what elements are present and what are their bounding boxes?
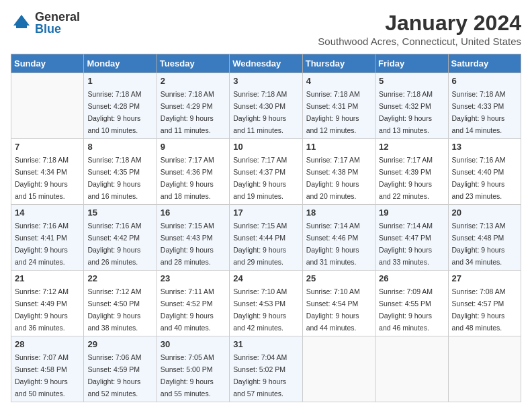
weekday-header: Friday (375, 54, 448, 73)
day-info: Sunrise: 7:09 AMSunset: 4:55 PMDaylight:… (379, 287, 433, 332)
day-number: 20 (452, 208, 517, 218)
calendar-header-row: SundayMondayTuesdayWednesdayThursdayFrid… (11, 54, 521, 73)
day-info: Sunrise: 7:11 AMSunset: 4:52 PMDaylight:… (161, 287, 214, 332)
calendar-cell: 6 Sunrise: 7:18 AMSunset: 4:33 PMDayligh… (448, 73, 521, 139)
calendar-cell (11, 73, 84, 139)
day-info: Sunrise: 7:18 AMSunset: 4:31 PMDaylight:… (306, 90, 360, 134)
calendar-week-row: 7 Sunrise: 7:18 AMSunset: 4:34 PMDayligh… (11, 139, 521, 205)
calendar-week-row: 1 Sunrise: 7:18 AMSunset: 4:28 PMDayligh… (11, 73, 521, 139)
logo-blue-text: Blue (35, 23, 80, 35)
day-info: Sunrise: 7:17 AMSunset: 4:38 PMDaylight:… (306, 156, 360, 200)
calendar-cell: 17 Sunrise: 7:15 AMSunset: 4:44 PMDaylig… (230, 205, 302, 271)
day-info: Sunrise: 7:15 AMSunset: 4:43 PMDaylight:… (161, 222, 214, 266)
calendar-cell: 24 Sunrise: 7:10 AMSunset: 4:53 PMDaylig… (230, 271, 302, 336)
calendar-cell: 7 Sunrise: 7:18 AMSunset: 4:34 PMDayligh… (11, 139, 84, 205)
calendar-cell: 22 Sunrise: 7:12 AMSunset: 4:50 PMDaylig… (84, 271, 157, 336)
day-info: Sunrise: 7:08 AMSunset: 4:57 PMDaylight:… (452, 287, 506, 332)
day-number: 5 (379, 76, 444, 86)
day-info: Sunrise: 7:12 AMSunset: 4:49 PMDaylight:… (15, 287, 69, 332)
calendar-cell: 14 Sunrise: 7:16 AMSunset: 4:41 PMDaylig… (11, 205, 84, 271)
day-number: 6 (452, 76, 517, 86)
day-info: Sunrise: 7:16 AMSunset: 4:42 PMDaylight:… (87, 222, 141, 266)
weekday-header: Tuesday (157, 54, 229, 73)
calendar-cell: 26 Sunrise: 7:09 AMSunset: 4:55 PMDaylig… (375, 271, 448, 336)
day-info: Sunrise: 7:18 AMSunset: 4:32 PMDaylight:… (379, 90, 433, 134)
day-info: Sunrise: 7:18 AMSunset: 4:30 PMDaylight:… (233, 90, 287, 134)
day-info: Sunrise: 7:14 AMSunset: 4:46 PMDaylight:… (306, 222, 360, 266)
calendar-cell: 21 Sunrise: 7:12 AMSunset: 4:49 PMDaylig… (11, 271, 84, 336)
day-number: 26 (379, 273, 444, 283)
calendar-cell (375, 336, 448, 402)
day-number: 30 (161, 339, 226, 349)
day-number: 13 (452, 142, 517, 152)
calendar-cell: 1 Sunrise: 7:18 AMSunset: 4:28 PMDayligh… (84, 73, 157, 139)
calendar-cell (448, 336, 521, 402)
calendar-cell: 19 Sunrise: 7:14 AMSunset: 4:47 PMDaylig… (375, 205, 448, 271)
calendar-cell: 25 Sunrise: 7:10 AMSunset: 4:54 PMDaylig… (302, 271, 375, 336)
day-info: Sunrise: 7:15 AMSunset: 4:44 PMDaylight:… (233, 222, 287, 266)
day-number: 2 (161, 76, 226, 86)
day-number: 17 (233, 208, 298, 218)
day-info: Sunrise: 7:16 AMSunset: 4:40 PMDaylight:… (452, 156, 506, 200)
day-info: Sunrise: 7:13 AMSunset: 4:48 PMDaylight:… (452, 222, 506, 266)
day-info: Sunrise: 7:18 AMSunset: 4:35 PMDaylight:… (87, 156, 141, 200)
day-number: 3 (233, 76, 298, 86)
day-info: Sunrise: 7:18 AMSunset: 4:28 PMDaylight:… (87, 90, 141, 134)
day-info: Sunrise: 7:12 AMSunset: 4:50 PMDaylight:… (87, 287, 141, 332)
day-info: Sunrise: 7:18 AMSunset: 4:29 PMDaylight:… (161, 90, 214, 134)
logo-text: General Blue (35, 11, 80, 35)
calendar-cell: 11 Sunrise: 7:17 AMSunset: 4:38 PMDaylig… (302, 139, 375, 205)
calendar-cell: 29 Sunrise: 7:06 AMSunset: 4:59 PMDaylig… (84, 336, 157, 402)
day-info: Sunrise: 7:17 AMSunset: 4:37 PMDaylight:… (233, 156, 287, 200)
day-number: 11 (306, 142, 371, 152)
day-number: 27 (452, 273, 517, 283)
day-number: 23 (161, 273, 226, 283)
day-info: Sunrise: 7:14 AMSunset: 4:47 PMDaylight:… (379, 222, 433, 266)
day-number: 19 (379, 208, 444, 218)
calendar-cell: 9 Sunrise: 7:17 AMSunset: 4:36 PMDayligh… (157, 139, 229, 205)
day-number: 15 (87, 208, 152, 218)
day-info: Sunrise: 7:07 AMSunset: 4:58 PMDaylight:… (15, 353, 69, 398)
day-number: 22 (87, 273, 152, 283)
day-info: Sunrise: 7:04 AMSunset: 5:02 PMDaylight:… (233, 353, 287, 398)
day-info: Sunrise: 7:18 AMSunset: 4:34 PMDaylight:… (15, 156, 69, 200)
weekday-header: Thursday (302, 54, 375, 73)
calendar-cell: 27 Sunrise: 7:08 AMSunset: 4:57 PMDaylig… (448, 271, 521, 336)
logo: General Blue (11, 11, 80, 35)
calendar-cell: 2 Sunrise: 7:18 AMSunset: 4:29 PMDayligh… (157, 73, 229, 139)
weekday-header: Monday (84, 54, 157, 73)
day-info: Sunrise: 7:10 AMSunset: 4:53 PMDaylight:… (233, 287, 287, 332)
day-number: 10 (233, 142, 298, 152)
day-info: Sunrise: 7:17 AMSunset: 4:36 PMDaylight:… (161, 156, 214, 200)
day-info: Sunrise: 7:17 AMSunset: 4:39 PMDaylight:… (379, 156, 433, 200)
calendar-cell: 23 Sunrise: 7:11 AMSunset: 4:52 PMDaylig… (157, 271, 229, 336)
day-info: Sunrise: 7:10 AMSunset: 4:54 PMDaylight:… (306, 287, 360, 332)
calendar-cell: 16 Sunrise: 7:15 AMSunset: 4:43 PMDaylig… (157, 205, 229, 271)
calendar-cell: 30 Sunrise: 7:05 AMSunset: 5:00 PMDaylig… (157, 336, 229, 402)
page-header: General Blue January 2024 Southwood Acre… (11, 11, 521, 47)
calendar-title: January 2024 (318, 11, 521, 36)
calendar-cell: 8 Sunrise: 7:18 AMSunset: 4:35 PMDayligh… (84, 139, 157, 205)
day-number: 14 (15, 208, 80, 218)
logo-icon (11, 12, 32, 34)
calendar-cell: 20 Sunrise: 7:13 AMSunset: 4:48 PMDaylig… (448, 205, 521, 271)
svg-rect-1 (16, 26, 27, 28)
calendar-cell: 12 Sunrise: 7:17 AMSunset: 4:39 PMDaylig… (375, 139, 448, 205)
calendar-week-row: 28 Sunrise: 7:07 AMSunset: 4:58 PMDaylig… (11, 336, 521, 402)
day-number: 4 (306, 76, 371, 86)
calendar-week-row: 14 Sunrise: 7:16 AMSunset: 4:41 PMDaylig… (11, 205, 521, 271)
calendar-cell: 31 Sunrise: 7:04 AMSunset: 5:02 PMDaylig… (230, 336, 302, 402)
day-number: 28 (15, 339, 80, 349)
day-number: 31 (233, 339, 298, 349)
day-number: 7 (15, 142, 80, 152)
calendar-cell: 18 Sunrise: 7:14 AMSunset: 4:46 PMDaylig… (302, 205, 375, 271)
calendar-cell (302, 336, 375, 402)
weekday-header: Wednesday (230, 54, 302, 73)
calendar-cell: 5 Sunrise: 7:18 AMSunset: 4:32 PMDayligh… (375, 73, 448, 139)
calendar-cell: 13 Sunrise: 7:16 AMSunset: 4:40 PMDaylig… (448, 139, 521, 205)
calendar-cell: 4 Sunrise: 7:18 AMSunset: 4:31 PMDayligh… (302, 73, 375, 139)
title-area: January 2024 Southwood Acres, Connecticu… (318, 11, 521, 47)
calendar-cell: 15 Sunrise: 7:16 AMSunset: 4:42 PMDaylig… (84, 205, 157, 271)
day-info: Sunrise: 7:18 AMSunset: 4:33 PMDaylight:… (452, 90, 506, 134)
day-info: Sunrise: 7:06 AMSunset: 4:59 PMDaylight:… (87, 353, 141, 398)
